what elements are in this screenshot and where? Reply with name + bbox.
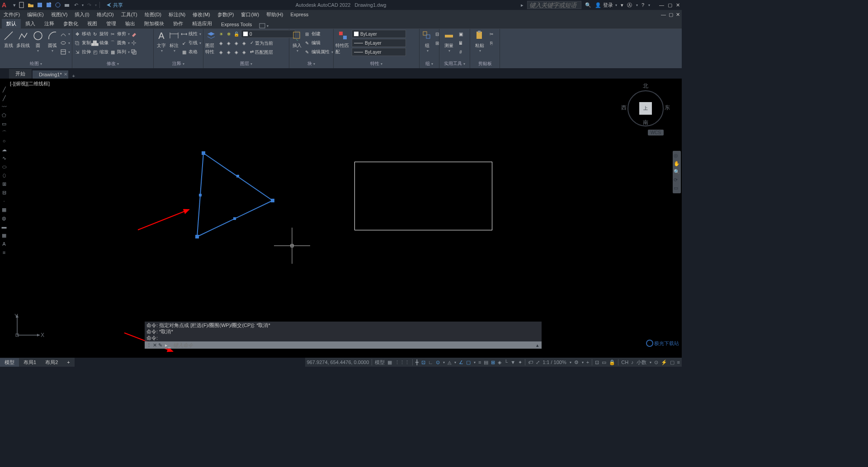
- tool-polyline[interactable]: 多段线: [16, 30, 30, 49]
- tool-layer-del[interactable]: ◈: [241, 49, 247, 55]
- ribbon-collapse-button[interactable]: ▾: [259, 23, 269, 28]
- menu-draw[interactable]: 绘图(D): [145, 11, 161, 18]
- share-button[interactable]: 共享: [106, 2, 123, 9]
- status-dynamic-input-icon[interactable]: ⊡: [421, 360, 425, 365]
- grip-vertex-2[interactable]: [271, 199, 274, 202]
- panel-group-expand-icon[interactable]: ▾: [431, 62, 433, 66]
- layer-freeze-icon[interactable]: ❄: [226, 31, 232, 37]
- grip-mid-3[interactable]: [199, 194, 202, 196]
- tool-match-properties[interactable]: 特性匹配: [335, 30, 351, 55]
- status-quickprops-icon[interactable]: ▭: [602, 360, 606, 365]
- ribbon-tab-express[interactable]: Express Tools: [217, 20, 256, 28]
- saveas-icon[interactable]: [45, 1, 52, 9]
- grip-vertex-3[interactable]: [195, 235, 199, 238]
- layout-tab-add[interactable]: +: [62, 359, 74, 366]
- status-osnap-icon[interactable]: ▢: [466, 360, 471, 365]
- lt-construction-icon[interactable]: ╱: [1, 95, 7, 102]
- wcs-badge[interactable]: WCS: [648, 130, 664, 135]
- cmd-recent-icon[interactable]: ▴: [533, 342, 542, 348]
- tool-layer-iso[interactable]: ◈: [241, 40, 247, 46]
- menu-help[interactable]: 帮助(H): [266, 11, 283, 18]
- cmd-drag-handle[interactable]: ⋮ ✕ ✎: [145, 342, 164, 348]
- panel-annot-expand-icon[interactable]: ▾: [183, 62, 184, 66]
- lt-ellipse-arc-icon[interactable]: ⬯: [1, 173, 7, 179]
- viewcube[interactable]: 上 北 南 西 东 WCS: [623, 81, 668, 135]
- new-icon[interactable]: [18, 1, 25, 9]
- panel-modify-expand-icon[interactable]: ▾: [117, 62, 119, 66]
- tool-layer-properties[interactable]: 图层特性: [205, 30, 217, 55]
- nav-orbit-icon[interactable]: ⟳: [674, 177, 680, 183]
- ribbon-tab-annotate[interactable]: 注释: [40, 19, 59, 28]
- tool-table[interactable]: ▦表格: [181, 48, 201, 56]
- panel-block-expand-icon[interactable]: ▾: [313, 62, 315, 66]
- nav-showmotion-icon[interactable]: ▭: [674, 185, 680, 191]
- login-dd-icon[interactable]: ▾: [615, 3, 617, 7]
- autodesk-app-icon[interactable]: ▾: [621, 2, 623, 8]
- undo-icon[interactable]: ↶: [72, 1, 80, 9]
- status-annotation-visibility-icon[interactable]: 🏷: [528, 360, 533, 365]
- tool-line[interactable]: 直线: [2, 30, 15, 49]
- help-search-input[interactable]: [527, 1, 581, 9]
- save-icon[interactable]: [36, 1, 43, 9]
- lt-polyline-icon[interactable]: 〰: [1, 104, 7, 110]
- tool-copy[interactable]: ⿻复制: [74, 39, 91, 47]
- tool-quick-calc[interactable]: 🖩: [458, 39, 464, 47]
- lt-insert-block-icon[interactable]: ⊞: [1, 181, 7, 187]
- tool-layer-lock2[interactable]: ◈: [233, 40, 240, 46]
- status-lineweight-icon[interactable]: ≡: [478, 360, 481, 365]
- search-caret-icon[interactable]: ▸: [521, 2, 524, 8]
- file-tab-drawing1[interactable]: Drawing1*✕: [33, 70, 68, 79]
- layer-visibility-icon[interactable]: ☀: [218, 31, 224, 37]
- menu-file[interactable]: 文件(F): [4, 11, 20, 18]
- tool-arc[interactable]: 圆弧▾: [46, 30, 59, 53]
- menu-view[interactable]: 视图(V): [51, 11, 68, 18]
- lt-spline-icon[interactable]: ∿: [1, 155, 7, 162]
- tool-cut[interactable]: ✂: [488, 30, 495, 38]
- tool-count[interactable]: #: [458, 48, 464, 56]
- status-3dosnap-icon[interactable]: ◈: [498, 360, 501, 365]
- drawing-canvas[interactable]: [-][俯视][二维线框] ╱ ╱ 〰 ⬠ ▭ ⌒ ○ ☁ ∿ ⬭ ⬯ ⊞ ⊟ …: [0, 79, 682, 358]
- tool-scale[interactable]: ◰缩放: [92, 48, 108, 56]
- layout-tab-2[interactable]: 布局2: [41, 358, 62, 367]
- status-grid-icon[interactable]: ▦: [387, 360, 392, 365]
- rectangle-object[interactable]: [354, 162, 492, 230]
- tool-stretch[interactable]: ⇲拉伸: [74, 48, 91, 56]
- grip-mid-2[interactable]: [233, 217, 236, 220]
- selected-triangle[interactable]: [192, 150, 278, 240]
- ribbon-tab-parametric[interactable]: 参数化: [59, 19, 83, 28]
- file-tab-start[interactable]: 开始: [9, 69, 32, 79]
- tool-layer-merge[interactable]: ◈: [233, 49, 240, 55]
- status-ime-mode-icon[interactable]: ♪: [631, 360, 634, 365]
- command-input[interactable]: [171, 342, 533, 348]
- menu-express[interactable]: Express: [290, 12, 308, 17]
- tool-layer-freeze2[interactable]: ◈: [226, 40, 232, 46]
- menu-format[interactable]: 格式(O): [97, 11, 114, 18]
- lt-hatch-icon[interactable]: ▦: [1, 207, 7, 213]
- ribbon-tab-default[interactable]: 默认: [2, 19, 21, 28]
- menu-dimension[interactable]: 标注(N): [169, 11, 185, 18]
- menu-tools[interactable]: 工具(T): [121, 11, 137, 18]
- maximize-icon[interactable]: ▢: [668, 2, 672, 8]
- nav-zoom-icon[interactable]: 🔍: [674, 169, 680, 175]
- status-infer-icon[interactable]: ╋: [415, 360, 419, 365]
- tool-circle[interactable]: 圆▾: [31, 30, 45, 53]
- lt-circle-icon[interactable]: ○: [1, 138, 7, 145]
- status-polar-icon[interactable]: ⊙: [436, 360, 440, 365]
- layer-lock-icon[interactable]: 🔓: [233, 31, 240, 37]
- lt-arc-icon[interactable]: ⌒: [1, 130, 7, 136]
- close-icon[interactable]: ✕: [676, 2, 680, 8]
- help-icon[interactable]: ?: [642, 2, 644, 8]
- file-tab-close-icon[interactable]: ✕: [64, 72, 67, 77]
- lt-rectangle-icon[interactable]: ▭: [1, 121, 7, 127]
- tool-layer-prev[interactable]: ◈: [226, 49, 232, 55]
- tool-offset[interactable]: [131, 48, 137, 56]
- menu-parametric[interactable]: 参数(P): [217, 11, 234, 18]
- tool-block-create[interactable]: ⊞创建: [304, 30, 333, 38]
- status-coords[interactable]: 967.9274, 654.4476, 0.0000: [307, 360, 369, 365]
- panel-draw-expand-icon[interactable]: ▾: [40, 62, 42, 66]
- plot-icon[interactable]: [63, 1, 71, 9]
- undo-dd-icon[interactable]: ▾: [82, 3, 84, 7]
- status-decimal[interactable]: 小数: [637, 359, 646, 366]
- linetype-selector[interactable]: ByLayer: [352, 48, 406, 56]
- status-workspace-icon[interactable]: ⚙: [574, 360, 579, 365]
